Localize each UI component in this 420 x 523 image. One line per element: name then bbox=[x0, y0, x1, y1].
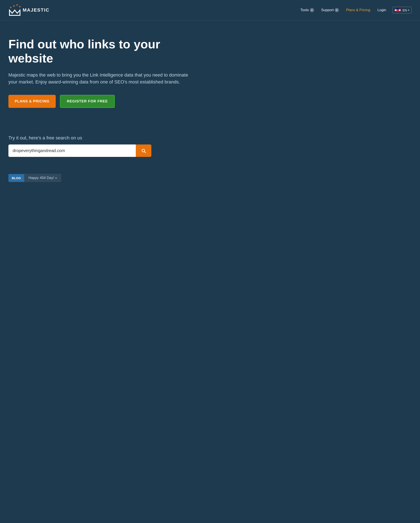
nav-tools-label: Tools bbox=[300, 8, 309, 12]
lang-label: EN bbox=[403, 8, 407, 12]
search-icon bbox=[141, 148, 146, 154]
flag-icon bbox=[395, 8, 401, 12]
nav-plans[interactable]: Plans & Pricing bbox=[343, 6, 373, 14]
search-section: Try it out, here's a free search on us bbox=[0, 135, 420, 157]
search-input[interactable] bbox=[8, 145, 136, 157]
hero-title: Find out who links to your website bbox=[8, 37, 194, 65]
search-label: Try it out, here's a free search on us bbox=[8, 135, 412, 141]
navbar: ★ ★ ★ ★ MAJESTIC Tools ▾ Support ▾ Plans… bbox=[0, 0, 420, 20]
logo[interactable]: ★ ★ ★ ★ MAJESTIC bbox=[8, 4, 49, 16]
nav-plans-label: Plans & Pricing bbox=[346, 8, 370, 12]
blog-tag: BLOG bbox=[8, 174, 24, 182]
logo-text: MAJESTIC bbox=[23, 7, 49, 13]
tools-chevron-icon: ▾ bbox=[310, 8, 314, 12]
svg-text:★: ★ bbox=[13, 4, 15, 8]
language-selector[interactable]: EN ▾ bbox=[392, 7, 412, 13]
hero-subtitle: Majestic maps the web to bring you the L… bbox=[8, 72, 189, 85]
nav-links: Tools ▾ Support ▾ Plans & Pricing Login … bbox=[298, 6, 412, 14]
svg-text:★: ★ bbox=[16, 4, 18, 7]
nav-login[interactable]: Login bbox=[375, 6, 389, 14]
search-button[interactable] bbox=[136, 145, 151, 157]
svg-text:★: ★ bbox=[18, 5, 21, 8]
support-chevron-icon: ▾ bbox=[335, 8, 339, 12]
register-free-button[interactable]: REGISTER FOR FREE bbox=[60, 95, 115, 108]
blog-banner[interactable]: BLOG Happy 404 Day! » bbox=[8, 174, 61, 182]
blog-text: Happy 404 Day! » bbox=[24, 174, 61, 182]
search-bar bbox=[8, 145, 151, 157]
plans-pricing-button[interactable]: PLANS & PRICING bbox=[8, 95, 56, 108]
nav-support-label: Support bbox=[321, 8, 334, 12]
lang-chevron-icon: ▾ bbox=[408, 9, 409, 12]
nav-support[interactable]: Support ▾ bbox=[319, 6, 342, 14]
svg-text:★: ★ bbox=[9, 6, 12, 9]
nav-tools[interactable]: Tools ▾ bbox=[298, 6, 317, 14]
hero-buttons: PLANS & PRICING REGISTER FOR FREE bbox=[8, 95, 194, 108]
hero-section: Find out who links to your website Majes… bbox=[0, 20, 202, 135]
